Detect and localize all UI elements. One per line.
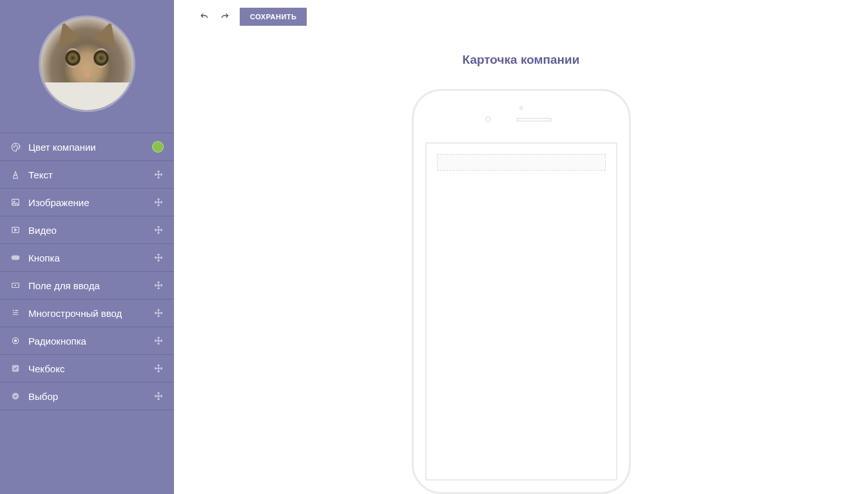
text-icon <box>10 169 21 180</box>
svg-point-1 <box>15 145 15 146</box>
video-icon <box>10 225 21 235</box>
drag-icon <box>153 197 164 207</box>
image-icon <box>10 197 21 207</box>
sidebar-item-label: Цвет компании <box>28 142 144 153</box>
phone-screen[interactable] <box>425 142 617 480</box>
select-icon <box>10 391 21 401</box>
drag-icon <box>153 336 164 346</box>
svg-point-4 <box>14 201 15 202</box>
sidebar-item-textarea[interactable]: Многострочный ввод <box>0 299 174 327</box>
sidebar-item-image[interactable]: Изображение <box>0 189 174 216</box>
phone-sensor-icon <box>519 106 523 110</box>
sidebar-list: Цвет компании Текст Изображение <box>0 133 174 410</box>
drag-icon <box>153 169 164 180</box>
sidebar-item-label: Радиокнопка <box>28 336 146 347</box>
drag-icon <box>153 252 164 263</box>
svg-point-11 <box>12 393 18 399</box>
palette-icon <box>10 142 21 152</box>
phone-camera-icon <box>485 117 491 122</box>
sidebar-item-label: Видео <box>28 225 146 236</box>
input-icon <box>10 280 21 290</box>
canvas-area: Карточка компании <box>174 33 868 494</box>
sidebar-item-label: Чекбокс <box>28 363 146 374</box>
sidebar-item-button[interactable]: Кнопка <box>0 244 174 272</box>
sidebar: Цвет компании Текст Изображение <box>0 0 174 494</box>
svg-point-9 <box>14 339 17 342</box>
drag-icon <box>153 391 164 401</box>
phone-speaker-icon <box>516 118 552 122</box>
sidebar-item-label: Кнопка <box>28 252 146 263</box>
radio-icon <box>10 336 21 346</box>
sidebar-item-label: Текст <box>28 169 146 180</box>
save-button[interactable]: СОХРАНИТЬ <box>240 8 307 26</box>
sidebar-item-company-color[interactable]: Цвет компании <box>0 133 174 161</box>
sidebar-item-label: Выбор <box>28 391 146 402</box>
avatar-container <box>0 0 174 133</box>
textarea-icon <box>10 308 21 318</box>
toolbar: СОХРАНИТЬ <box>174 0 868 33</box>
svg-point-2 <box>17 146 17 147</box>
redo-button[interactable] <box>219 11 231 23</box>
sidebar-item-select[interactable]: Выбор <box>0 383 174 410</box>
sidebar-item-video[interactable]: Видео <box>0 216 174 244</box>
sidebar-item-checkbox[interactable]: Чекбокс <box>0 355 174 383</box>
sidebar-item-text[interactable]: Текст <box>0 161 174 189</box>
drop-zone[interactable] <box>437 154 606 171</box>
sidebar-item-label: Поле для ввода <box>28 280 146 291</box>
sidebar-item-label: Изображение <box>28 197 146 208</box>
undo-button[interactable] <box>198 11 210 23</box>
canvas-title: Карточка компании <box>463 53 580 67</box>
drag-icon <box>153 363 164 374</box>
phone-frame <box>412 89 631 494</box>
drag-icon <box>153 308 164 318</box>
sidebar-item-input[interactable]: Поле для ввода <box>0 272 174 299</box>
svg-rect-6 <box>12 256 19 260</box>
checkbox-icon <box>10 363 21 374</box>
avatar[interactable] <box>39 15 135 112</box>
drag-icon <box>153 280 164 290</box>
drag-icon <box>153 225 164 235</box>
svg-point-0 <box>14 146 14 147</box>
sidebar-item-radio[interactable]: Радиокнопка <box>0 327 174 355</box>
main-area: СОХРАНИТЬ Карточка компании <box>174 0 868 494</box>
company-color-swatch <box>152 141 164 153</box>
button-icon <box>10 252 21 263</box>
sidebar-item-label: Многострочный ввод <box>28 308 146 319</box>
